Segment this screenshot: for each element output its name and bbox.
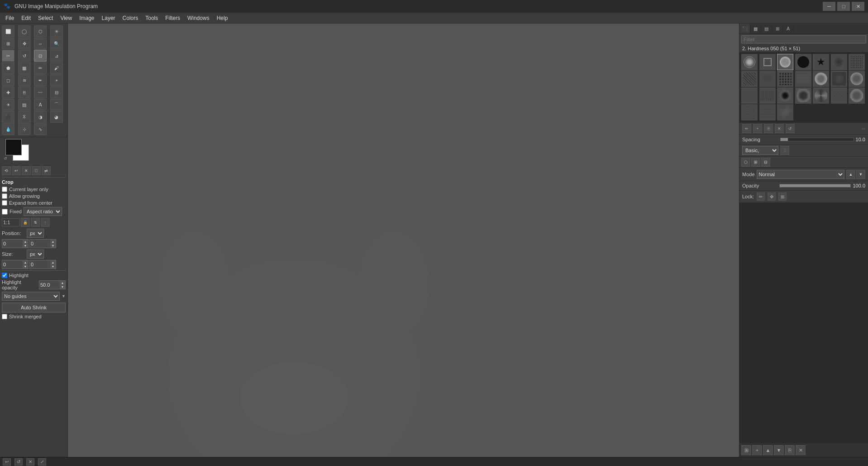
brush-item-12[interactable] bbox=[813, 71, 829, 87]
pos-x-up[interactable]: ▲ bbox=[23, 240, 28, 244]
tool-zoom[interactable]: 🔍 bbox=[50, 38, 63, 49]
brush-item-4[interactable] bbox=[795, 54, 811, 70]
size-h-up[interactable]: ▲ bbox=[50, 260, 56, 264]
status-fullscreen-btn[interactable]: ⤢ bbox=[38, 458, 46, 466]
brush-item-13[interactable] bbox=[831, 71, 847, 87]
menu-filters[interactable]: Filters bbox=[162, 14, 184, 22]
duplicate-layer-btn[interactable]: ⎘ bbox=[785, 445, 795, 455]
tool-options-icon-5[interactable]: ⇌ bbox=[42, 166, 51, 175]
size-w-input[interactable] bbox=[2, 260, 23, 269]
brush-item-14[interactable] bbox=[849, 71, 865, 87]
brush-item-7[interactable] bbox=[849, 54, 865, 70]
brush-item-1[interactable] bbox=[741, 54, 758, 70]
brush-item-6[interactable] bbox=[831, 54, 847, 70]
delete-layer-btn[interactable]: ✕ bbox=[796, 445, 806, 455]
tool-bucket[interactable]: ⬟ bbox=[2, 62, 14, 74]
ratio-more-icon[interactable]: ⋮ bbox=[41, 218, 50, 227]
ratio-swap-icon[interactable]: ⇅ bbox=[31, 218, 40, 227]
tool-options-icon-2[interactable]: ↩ bbox=[12, 166, 21, 175]
tool-transform[interactable]: ↔ bbox=[34, 38, 47, 49]
tool-ellipse-select[interactable]: ◯ bbox=[18, 25, 31, 37]
brush-item-8[interactable] bbox=[741, 71, 758, 87]
menu-select[interactable]: Select bbox=[34, 14, 57, 22]
brush-item-22[interactable] bbox=[741, 104, 758, 120]
brush-duplicate-icon[interactable]: ⎘ bbox=[764, 124, 773, 133]
minimize-button[interactable]: ─ bbox=[823, 2, 835, 11]
position-unit-select[interactable]: px mm bbox=[27, 229, 44, 238]
brush-tool-1[interactable]: ⬡ bbox=[741, 158, 750, 167]
tool-airbrush[interactable]: ≋ bbox=[18, 74, 31, 86]
menu-image[interactable]: Image bbox=[76, 14, 98, 22]
brush-filter-input[interactable] bbox=[741, 35, 866, 43]
size-unit-select[interactable]: px mm bbox=[27, 250, 44, 259]
tool-path[interactable]: ⌒ bbox=[50, 99, 63, 110]
color-reset[interactable]: ↺ bbox=[4, 156, 7, 161]
new-layer-group-btn[interactable]: ⊞ bbox=[741, 445, 751, 455]
highlight-opacity-down[interactable]: ▼ bbox=[60, 285, 65, 289]
preset-select[interactable]: Basic, bbox=[742, 146, 778, 155]
tool-pencil[interactable]: ✏ bbox=[34, 62, 47, 74]
brush-item-2[interactable] bbox=[759, 54, 776, 70]
allow-growing-checkbox[interactable] bbox=[2, 193, 7, 199]
lock-alpha-icon[interactable]: ⊞ bbox=[778, 192, 787, 201]
tool-rotate[interactable]: ↺ bbox=[18, 50, 31, 62]
menu-windows[interactable]: Windows bbox=[184, 14, 213, 22]
tool-fill[interactable]: ⬛ bbox=[2, 111, 14, 123]
pos-y-up[interactable]: ▲ bbox=[50, 240, 56, 244]
tool-warp[interactable]: ⧖ bbox=[18, 111, 31, 123]
brush-tab-patterns[interactable]: ▦ bbox=[750, 24, 761, 34]
tool-ink[interactable]: ✒ bbox=[34, 74, 47, 86]
menu-help[interactable]: Help bbox=[213, 14, 232, 22]
size-w-down[interactable]: ▼ bbox=[23, 264, 28, 269]
status-redo-btn[interactable]: ↺ bbox=[14, 458, 23, 466]
brush-item-23[interactable] bbox=[759, 104, 776, 120]
brush-tab-fonts[interactable]: A bbox=[783, 24, 794, 34]
brush-refresh-icon[interactable]: ↺ bbox=[786, 124, 795, 133]
pos-x-input[interactable] bbox=[2, 240, 23, 248]
ratio-input[interactable] bbox=[2, 218, 20, 226]
tool-options-icon-3[interactable]: ✕ bbox=[22, 166, 31, 175]
tool-fuzzy-select[interactable]: ✳ bbox=[50, 25, 63, 37]
tool-blur[interactable]: ◑ bbox=[34, 111, 47, 123]
brush-item-18[interactable] bbox=[795, 87, 811, 104]
current-layer-checkbox[interactable] bbox=[2, 187, 7, 192]
tool-smudge2[interactable]: ∿ bbox=[34, 123, 47, 135]
tool-color-picker[interactable]: 💧 bbox=[2, 123, 14, 135]
tool-options-icon-1[interactable]: ⟲ bbox=[2, 166, 11, 175]
tool-paint[interactable]: 🖌 bbox=[50, 62, 63, 74]
aspect-ratio-select[interactable]: Aspect ratio Width Height Size bbox=[24, 207, 62, 216]
tool-align[interactable]: ⊞ bbox=[2, 38, 14, 49]
lock-position-icon[interactable]: ✥ bbox=[768, 192, 776, 201]
highlight-opacity-input[interactable] bbox=[39, 281, 60, 289]
brush-item-20[interactable] bbox=[831, 87, 847, 104]
tool-measure[interactable]: ⊹ bbox=[18, 123, 31, 135]
canvas-area[interactable] bbox=[68, 24, 739, 457]
tool-mypaint[interactable]: ⚬ bbox=[50, 74, 63, 86]
expand-from-center-checkbox[interactable] bbox=[2, 200, 7, 206]
tool-blend[interactable]: ▦ bbox=[18, 62, 31, 74]
tool-heal[interactable]: ✚ bbox=[2, 86, 14, 98]
fixed-checkbox[interactable] bbox=[2, 209, 8, 215]
tool-clone[interactable]: ⎘ bbox=[18, 86, 31, 98]
brush-tool-3[interactable]: ⊟ bbox=[761, 158, 770, 167]
menu-tools[interactable]: Tools bbox=[142, 14, 162, 22]
mode-up-btn[interactable]: ▲ bbox=[846, 170, 855, 179]
pos-y-input[interactable] bbox=[30, 240, 50, 248]
brush-item-24[interactable] bbox=[777, 104, 793, 120]
brush-item-11[interactable] bbox=[795, 71, 811, 87]
brush-item-10[interactable] bbox=[777, 71, 793, 87]
size-w-up[interactable]: ▲ bbox=[23, 260, 28, 264]
shrink-merged-checkbox[interactable] bbox=[2, 314, 7, 319]
brush-item-3[interactable] bbox=[777, 54, 793, 70]
tool-eraser[interactable]: ◻ bbox=[2, 74, 14, 86]
tool-smudge[interactable]: 〰 bbox=[34, 86, 47, 98]
tool-move[interactable]: ✥ bbox=[18, 38, 31, 49]
brush-edit-icon[interactable]: ✏ bbox=[742, 124, 751, 133]
tool-scale[interactable]: ⊡ bbox=[34, 50, 47, 62]
brush-tool-2[interactable]: ⊞ bbox=[751, 158, 760, 167]
guides-select[interactable]: No guides Rule of thirds Center lines Di… bbox=[2, 292, 60, 301]
tool-shear[interactable]: ⊿ bbox=[50, 50, 63, 62]
brush-item-9[interactable] bbox=[759, 71, 776, 87]
brush-delete-icon[interactable]: ✕ bbox=[775, 124, 784, 133]
menu-edit[interactable]: Edit bbox=[18, 14, 34, 22]
